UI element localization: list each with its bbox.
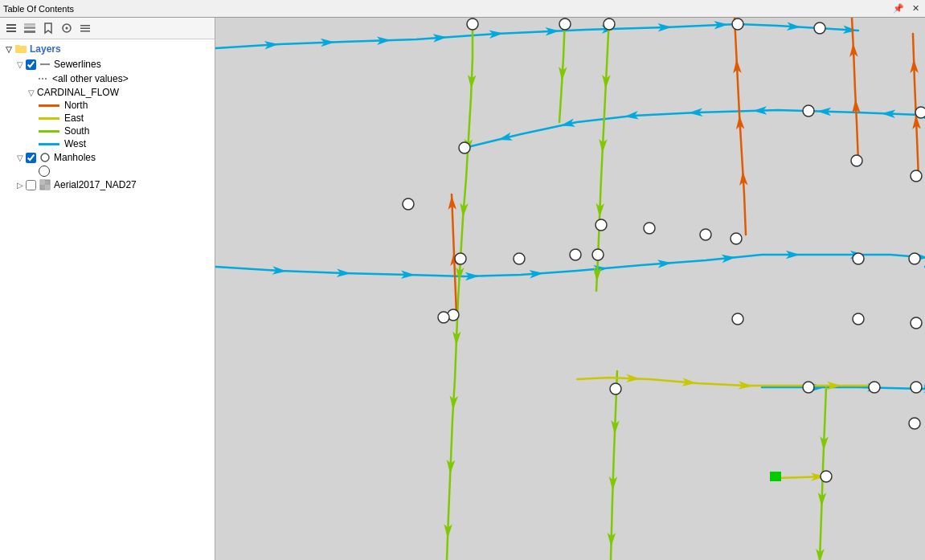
manhole-symbol-item xyxy=(0,165,215,178)
south-label: South xyxy=(64,125,89,137)
svg-rect-2 xyxy=(6,31,16,32)
sidebar-toolbar xyxy=(0,18,215,39)
manholes-label: Manholes xyxy=(54,152,96,163)
all-other-values-expander xyxy=(26,73,37,84)
svg-rect-17 xyxy=(40,180,45,185)
svg-rect-18 xyxy=(45,185,50,190)
sewerlines-icon xyxy=(39,58,51,71)
cardinal-flow-expander[interactable]: ▽ xyxy=(26,87,37,98)
layers-group[interactable]: ▽ Layers xyxy=(0,41,215,57)
layers-expander[interactable]: ▽ xyxy=(3,43,14,55)
sidebar-content: ▽ Layers ▽ Sewerlines xyxy=(0,39,215,560)
svg-rect-10 xyxy=(80,31,90,32)
west-line xyxy=(39,143,59,145)
south-line xyxy=(39,130,59,133)
list-icon[interactable] xyxy=(3,20,19,36)
east-label: East xyxy=(64,112,84,124)
all-other-values-icon xyxy=(37,72,50,85)
all-other-values-item[interactable]: <all other values> xyxy=(0,72,215,86)
map-canvas[interactable] xyxy=(215,18,925,560)
sewerlines-item[interactable]: ▽ Sewerlines xyxy=(0,57,215,72)
layers-label: Layers xyxy=(30,43,61,55)
north-label: North xyxy=(64,100,88,111)
aerial2017-item[interactable]: ▷ Aerial2017_NAD27 xyxy=(0,178,215,192)
bookmark-icon[interactable] xyxy=(40,20,56,36)
manholes-checkbox[interactable] xyxy=(26,153,36,163)
svg-rect-9 xyxy=(80,28,90,30)
aerial2017-checkbox[interactable] xyxy=(26,180,36,190)
close-button[interactable]: ✕ xyxy=(910,3,922,14)
options-icon[interactable] xyxy=(77,20,93,36)
south-legend: South xyxy=(0,125,215,137)
sewerlines-checkbox[interactable] xyxy=(26,59,36,70)
svg-point-15 xyxy=(41,153,49,161)
sewerlines-label: Sewerlines xyxy=(54,59,101,70)
sewerlines-expander[interactable]: ▽ xyxy=(14,59,26,70)
manhole-circle-icon xyxy=(39,166,50,177)
svg-point-7 xyxy=(66,27,68,30)
manholes-item[interactable]: ▽ Manholes xyxy=(0,150,215,165)
layers-folder-icon xyxy=(14,43,27,55)
cardinal-flow-item[interactable]: ▽ CARDINAL_FLOW xyxy=(0,86,215,99)
aerial2017-icon xyxy=(39,178,51,191)
svg-rect-4 xyxy=(24,27,35,29)
svg-rect-3 xyxy=(24,31,35,33)
cardinal-flow-label: CARDINAL_FLOW xyxy=(37,87,119,98)
map-area[interactable] xyxy=(215,18,925,560)
svg-rect-11 xyxy=(15,46,27,53)
west-legend: West xyxy=(0,137,215,150)
aerial2017-label: Aerial2017_NAD27 xyxy=(54,179,137,190)
pin-button[interactable]: 📌 xyxy=(890,3,907,14)
north-legend: North xyxy=(0,99,215,112)
title-bar: Table Of Contents 📌 ✕ xyxy=(0,0,925,18)
west-label: West xyxy=(64,138,86,149)
title-bar-controls: 📌 ✕ xyxy=(890,3,922,14)
manholes-icon xyxy=(39,151,51,164)
east-line xyxy=(39,117,59,120)
svg-rect-0 xyxy=(6,24,16,26)
sidebar: ▽ Layers ▽ Sewerlines xyxy=(0,18,215,560)
svg-rect-8 xyxy=(80,25,90,27)
refresh-icon[interactable] xyxy=(59,20,75,36)
main-area: ▽ Layers ▽ Sewerlines xyxy=(0,18,925,560)
all-other-values-label: <all other values> xyxy=(52,73,129,84)
svg-rect-5 xyxy=(24,23,35,26)
north-line xyxy=(39,104,59,107)
aerial2017-expander[interactable]: ▷ xyxy=(14,179,26,190)
svg-rect-12 xyxy=(15,45,20,47)
east-legend: East xyxy=(0,112,215,125)
manholes-expander[interactable]: ▽ xyxy=(14,152,26,163)
title-bar-title: Table Of Contents xyxy=(3,4,74,14)
svg-rect-1 xyxy=(6,27,16,29)
layers-icon[interactable] xyxy=(22,20,38,36)
